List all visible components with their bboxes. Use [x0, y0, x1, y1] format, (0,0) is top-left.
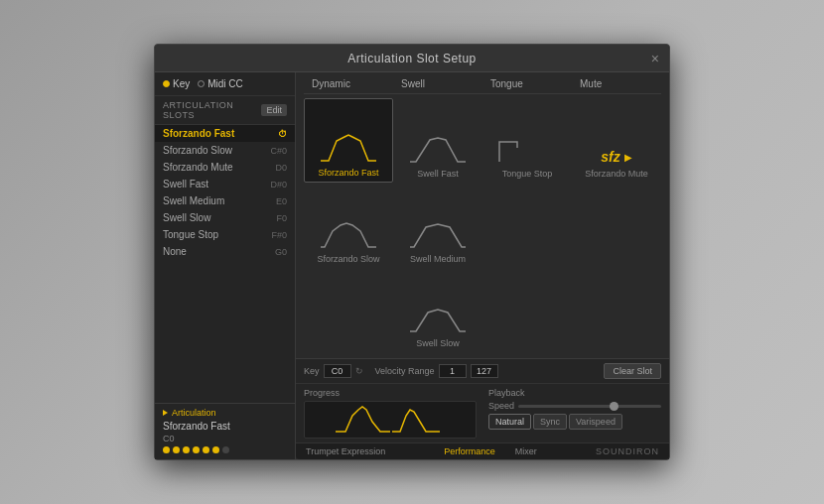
slot-item-sforzando-slow[interactable]: Sforzando Slow C#0	[155, 142, 295, 159]
slot-name: Swell Medium	[163, 195, 224, 206]
cell-label-swell-slow: Swell Slow	[416, 338, 460, 348]
grid-headers: Dynamic Swell Tongue Mute	[304, 78, 661, 94]
status-instrument-label: Trumpet Expression	[306, 446, 385, 456]
slot-name: Sforzando Fast	[163, 128, 234, 139]
cell-label-sforzando-fast: Sforzando Fast	[318, 168, 378, 178]
bottom-controls: Key ↻ Velocity Range Clear Slot	[296, 358, 669, 383]
velocity-max-input[interactable]	[471, 364, 498, 378]
slot-item-tongue-stop[interactable]: Tongue Stop F#0	[155, 226, 295, 243]
statusbar: Trumpet Expression Performance Mixer SOU…	[296, 442, 669, 459]
playback-box: Playback Speed Natural Sync Varispeed	[488, 388, 661, 439]
cell-empty-4	[482, 268, 572, 352]
artic-display-name: Sforzando Fast	[163, 421, 287, 432]
grid-header-swell: Swell	[393, 78, 482, 91]
playback-natural-button[interactable]: Natural	[488, 414, 531, 430]
key-midi-row: Key Midi CC	[155, 72, 295, 96]
slot-key: F#0	[271, 230, 287, 240]
waveform-sforzando-slow	[319, 219, 378, 251]
waveform-swell-medium	[408, 219, 468, 251]
speed-row: Speed	[488, 401, 661, 411]
artic-slots-header: ARTICULATION SLOTS Edit	[155, 96, 295, 125]
slot-item-swell-slow[interactable]: Swell Slow F0	[155, 209, 295, 226]
velocity-min-input[interactable]	[439, 364, 467, 378]
speed-slider[interactable]	[518, 405, 661, 408]
grid-header-mute: Mute	[572, 78, 661, 91]
cell-tongue-stop[interactable]: Tongue Stop	[482, 98, 572, 183]
main-window: Articulation Slot Setup × Key Midi CC	[154, 44, 670, 460]
window-title: Articulation Slot Setup	[347, 52, 477, 65]
clear-slot-button[interactable]: Clear Slot	[604, 363, 661, 379]
cell-empty-2	[572, 183, 661, 267]
right-panel: Dynamic Swell Tongue Mute Sforzando Fast	[296, 72, 669, 459]
slot-key: C#0	[270, 146, 287, 156]
waveform-sforzando-fast	[319, 133, 378, 165]
tab-mixer[interactable]: Mixer	[505, 446, 547, 456]
progress-label: Progress	[304, 388, 477, 398]
play-icon: ▶	[624, 152, 632, 163]
midi-cc-radio[interactable]: Midi CC	[198, 78, 243, 89]
cell-swell-medium[interactable]: Swell Medium	[393, 183, 482, 267]
speed-label: Speed	[488, 401, 514, 411]
refresh-icon[interactable]: ↻	[355, 366, 363, 376]
cell-sforzando-mute[interactable]: sfz ▶ Sforzando Mute	[572, 98, 661, 183]
status-tabs: Performance Mixer	[434, 446, 547, 456]
artic-triangle-icon	[163, 410, 168, 416]
playback-varispeed-button[interactable]: Varispeed	[569, 414, 622, 430]
slot-key: D#0	[270, 180, 287, 189]
cell-sforzando-fast[interactable]: Sforzando Fast	[304, 98, 393, 183]
slot-item-swell-medium[interactable]: Swell Medium E0	[155, 192, 295, 209]
slot-name: Swell Slow	[163, 212, 210, 223]
cell-swell-fast[interactable]: Swell Fast	[393, 98, 482, 183]
key-value-input[interactable]	[324, 364, 351, 378]
progress-svg	[305, 402, 476, 440]
grid-header-tongue: Tongue	[482, 78, 572, 91]
cell-empty-5	[572, 268, 661, 352]
key-radio[interactable]: Key	[163, 78, 190, 89]
slot-item-sforzando-mute[interactable]: Sforzando Mute D0	[155, 159, 295, 176]
dot-7	[222, 446, 229, 453]
slot-key: E0	[276, 196, 287, 206]
slot-name: Sforzando Mute	[163, 162, 233, 173]
dot-6	[212, 446, 219, 453]
cell-sforzando-slow[interactable]: Sforzando Slow	[304, 183, 393, 267]
artic-slots-label: ARTICULATION SLOTS	[163, 100, 261, 120]
playback-sync-button[interactable]: Sync	[533, 414, 567, 430]
dot-4	[193, 446, 200, 453]
sfz-display: sfz ▶	[601, 149, 631, 165]
waveform-tongue-stop	[497, 134, 557, 166]
artic-header: Articulation	[163, 408, 287, 418]
edit-button[interactable]: Edit	[261, 104, 287, 116]
slot-item-none[interactable]: None G0	[155, 243, 295, 260]
tab-performance[interactable]: Performance	[434, 446, 505, 456]
cell-swell-slow[interactable]: Swell Slow	[393, 268, 482, 352]
dot-5	[203, 446, 209, 453]
velocity-label: Velocity Range	[375, 366, 435, 376]
key-control-label: Key	[304, 366, 320, 376]
artic-header-label: Articulation	[172, 408, 216, 418]
sfz-icon: sfz	[601, 149, 619, 165]
slot-item-sforzando-fast[interactable]: Sforzando Fast ⏱	[155, 125, 295, 142]
dot-3	[183, 446, 190, 453]
articulation-grid: Dynamic Swell Tongue Mute Sforzando Fast	[296, 72, 669, 358]
velocity-control: Velocity Range	[375, 364, 498, 378]
grid-header-dynamic: Dynamic	[304, 78, 393, 91]
slot-key: G0	[275, 247, 287, 257]
midi-cc-label: Midi CC	[207, 78, 243, 89]
outer-background: Articulation Slot Setup × Key Midi CC	[0, 0, 824, 504]
close-button[interactable]: ×	[651, 51, 659, 66]
slot-item-swell-fast[interactable]: Swell Fast D#0	[155, 176, 295, 192]
dots-row	[163, 446, 287, 453]
dot-2	[173, 446, 180, 453]
cell-label-sforzando-slow: Sforzando Slow	[317, 254, 379, 264]
speed-knob	[610, 402, 618, 411]
progress-waveform	[304, 401, 477, 439]
grid-rows: Sforzando Fast Swell Fast	[304, 98, 661, 352]
playback-label: Playback	[488, 388, 661, 398]
slot-name: Sforzando Slow	[163, 145, 232, 156]
artic-display-key: C0	[163, 434, 287, 443]
cell-label-swell-medium: Swell Medium	[410, 254, 466, 264]
key-control: Key ↻	[304, 364, 363, 378]
dot-1	[163, 446, 170, 453]
slot-clock-icon: ⏱	[278, 129, 287, 139]
waveform-swell-fast	[408, 134, 468, 166]
